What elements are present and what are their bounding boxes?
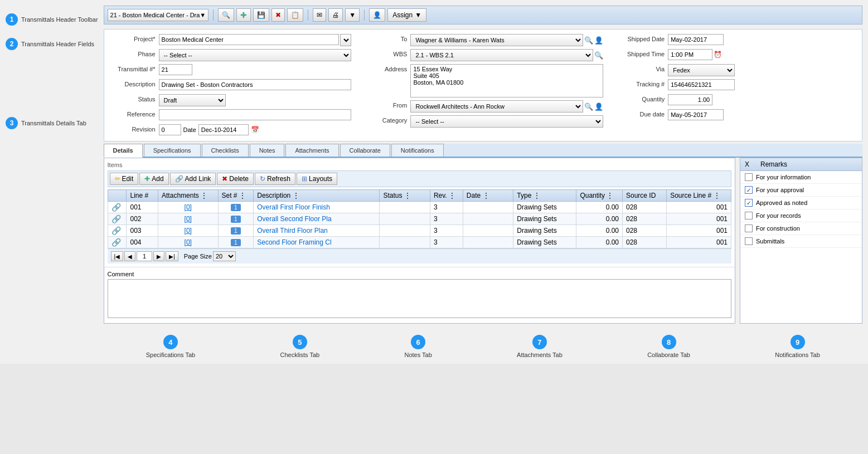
tab-notifications[interactable]: Notifications bbox=[391, 144, 444, 157]
remarks-checkbox[interactable] bbox=[745, 224, 753, 232]
comment-textarea[interactable] bbox=[108, 279, 731, 318]
callout-details: 3 Transmittals Details Tab bbox=[6, 117, 98, 129]
layouts-button[interactable]: ⊞ Layouts bbox=[297, 173, 337, 185]
col-set[interactable]: Set # ⋮ bbox=[218, 190, 254, 202]
print-button[interactable]: 🖨 bbox=[328, 8, 343, 22]
from-select[interactable]: Rockwell Architects - Ann Rockw bbox=[410, 100, 583, 113]
callout-specifications: 4 Specifications Tab bbox=[146, 335, 195, 358]
refresh-label: Refresh bbox=[267, 175, 290, 183]
transmittal-input[interactable] bbox=[159, 64, 192, 75]
description-input[interactable] bbox=[159, 79, 352, 90]
calendar-icon[interactable]: 📅 bbox=[251, 126, 259, 134]
table-row: 🔗 002 [0] 1 Overall Second Floor Pla 3 D… bbox=[108, 213, 731, 225]
remarks-checkbox[interactable] bbox=[745, 237, 753, 245]
delete-button[interactable]: ✖ bbox=[271, 8, 285, 22]
tab-checklists[interactable]: Checklists bbox=[202, 144, 249, 157]
row-set: 1 bbox=[218, 237, 254, 248]
status-label: Status bbox=[111, 94, 156, 102]
tab-collaborate[interactable]: Collaborate bbox=[340, 144, 390, 157]
copy-button[interactable]: 📋 bbox=[287, 8, 303, 22]
search-wbs-icon[interactable]: 🔍 bbox=[594, 51, 603, 60]
quantity-input[interactable] bbox=[668, 94, 712, 105]
row-source-line: 001 bbox=[667, 225, 731, 237]
project-input[interactable] bbox=[159, 34, 340, 45]
add-link-button[interactable]: 🔗 Add Link bbox=[170, 173, 216, 185]
remarks-checkbox[interactable]: ✓ bbox=[745, 199, 753, 207]
items-section: Items ✏ Edit ✚ Add bbox=[104, 158, 735, 267]
add-from-icon[interactable]: 👤 bbox=[594, 102, 603, 111]
row-type: Drawing Sets bbox=[513, 213, 576, 225]
col-rev[interactable]: Rev. ⋮ bbox=[430, 190, 463, 202]
remarks-checkbox[interactable] bbox=[745, 173, 753, 181]
clock-icon[interactable]: ⏰ bbox=[714, 51, 722, 58]
page-prev-button[interactable]: ◀ bbox=[124, 251, 135, 261]
user-button[interactable]: 👤 bbox=[369, 8, 385, 22]
shipped-date-input[interactable] bbox=[668, 34, 724, 45]
row-attach[interactable]: [0] bbox=[158, 213, 218, 225]
table-row: 🔗 003 [0] 1 Overall Third Floor Plan 3 D… bbox=[108, 225, 731, 237]
assign-button[interactable]: Assign ▼ bbox=[387, 8, 426, 22]
project-dropdown[interactable]: 21 - Boston Medical Center - Dra ▼ bbox=[108, 9, 209, 21]
delete-item-button[interactable]: ✖ Delete bbox=[217, 173, 254, 185]
status-select[interactable]: Draft bbox=[159, 94, 226, 106]
row-attach[interactable]: [0] bbox=[158, 237, 218, 248]
user-icon: 👤 bbox=[373, 11, 381, 19]
search-from-icon[interactable]: 🔍 bbox=[584, 102, 593, 111]
date-input[interactable] bbox=[198, 124, 249, 135]
print-dropdown-button[interactable]: ▼ bbox=[345, 8, 360, 22]
row-source-id: 028 bbox=[622, 202, 666, 213]
to-select[interactable]: Wagner & Williams - Karen Wats bbox=[410, 34, 583, 46]
reference-input[interactable] bbox=[159, 109, 352, 120]
remarks-row-item: For your information bbox=[740, 171, 862, 184]
tab-details[interactable]: Details bbox=[104, 144, 143, 158]
remarks-checkbox[interactable] bbox=[745, 212, 753, 219]
revision-input[interactable] bbox=[159, 124, 181, 135]
row-attach[interactable]: [0] bbox=[158, 225, 218, 237]
col-type[interactable]: Type ⋮ bbox=[513, 190, 576, 202]
col-status[interactable]: Status ⋮ bbox=[380, 190, 430, 202]
wbs-select[interactable]: 2.1 - WBS 2.1 bbox=[410, 49, 593, 61]
tracking-input[interactable] bbox=[668, 79, 735, 90]
row-attach[interactable]: [0] bbox=[158, 202, 218, 213]
via-select[interactable]: Fedex bbox=[668, 64, 735, 76]
tab-attachments[interactable]: Attachments bbox=[285, 144, 338, 157]
project-select-arrow[interactable]: ▼ bbox=[340, 34, 351, 46]
col-qty[interactable]: Quantity ⋮ bbox=[576, 190, 623, 202]
row-status bbox=[380, 202, 430, 213]
refresh-button[interactable]: ↻ Refresh bbox=[255, 173, 295, 185]
col-attachments[interactable]: Attachments ⋮ bbox=[158, 190, 218, 202]
edit-button[interactable]: ✏ Edit bbox=[110, 173, 139, 185]
search-to-icon[interactable]: 🔍 bbox=[584, 36, 593, 45]
callout-notes-label: Notes Tab bbox=[404, 352, 431, 358]
add-button[interactable]: ✚ bbox=[236, 8, 251, 22]
search-button[interactable]: 🔍 bbox=[218, 8, 234, 22]
col-desc[interactable]: Description ⋮ bbox=[254, 190, 380, 202]
col-date[interactable]: Date ⋮ bbox=[463, 190, 513, 202]
page-first-button[interactable]: |◀ bbox=[111, 251, 124, 261]
shipped-time-input[interactable] bbox=[668, 49, 712, 60]
due-date-input[interactable] bbox=[668, 109, 724, 120]
remarks-checkbox[interactable]: ✓ bbox=[745, 186, 753, 194]
category-select[interactable]: -- Select -- bbox=[410, 115, 603, 128]
col-source-id[interactable]: Source ID bbox=[622, 190, 666, 202]
add-to-icon[interactable]: 👤 bbox=[594, 36, 603, 45]
callout-checklist-circle: 5 bbox=[293, 335, 307, 349]
page-next-button[interactable]: ▶ bbox=[153, 251, 164, 261]
add-item-icon: ✚ bbox=[144, 175, 150, 183]
add-item-button[interactable]: ✚ Add bbox=[139, 173, 168, 185]
tab-notes[interactable]: Notes bbox=[250, 144, 285, 157]
remarks-header: X Remarks bbox=[740, 158, 862, 171]
col-line[interactable]: Line # bbox=[127, 190, 158, 202]
page-last-button[interactable]: ▶| bbox=[166, 251, 178, 261]
row-date bbox=[463, 202, 513, 213]
address-textarea[interactable]: 15 Essex Way Suite 405 Boston, MA 01800 bbox=[410, 64, 603, 97]
email-button[interactable]: ✉ bbox=[313, 8, 326, 22]
row-icon: 🔗 bbox=[108, 213, 127, 225]
tab-specifications[interactable]: Specifications bbox=[144, 144, 201, 157]
page-number-input[interactable] bbox=[137, 251, 152, 261]
page-size-select[interactable]: 20 50 100 bbox=[213, 251, 236, 261]
status-field-row: Status Draft bbox=[111, 94, 352, 106]
save-button[interactable]: 💾 bbox=[253, 8, 269, 22]
phase-select[interactable]: -- Select -- bbox=[159, 49, 352, 61]
col-source-line[interactable]: Source Line # ⋮ bbox=[667, 190, 731, 202]
